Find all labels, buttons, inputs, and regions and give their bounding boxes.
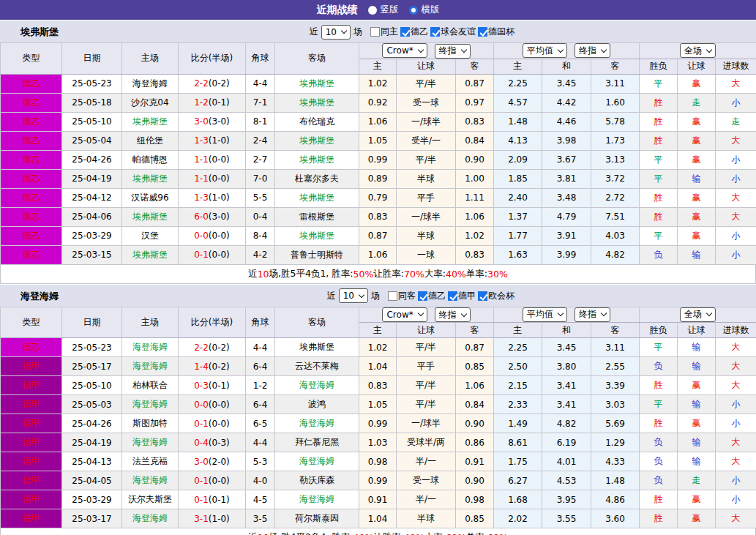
away-team-cell: 埃弗斯堡 <box>275 93 359 112</box>
result-wdl-cell: 胜 <box>640 112 678 131</box>
avg-home-cell: 1.85 <box>494 169 542 188</box>
fulltime-score: 1-3 <box>194 135 209 146</box>
odds-away-cell: 0.90 <box>456 471 494 490</box>
scope-select[interactable]: 全场 <box>680 307 716 322</box>
home-team-cell: 沙尔克04 <box>122 93 179 112</box>
home-team-cell: 纽伦堡 <box>122 131 179 150</box>
radio-unchecked-icon[interactable] <box>368 6 377 15</box>
away-team-cell: 埃弗斯堡 <box>275 150 359 169</box>
col-avg-away: 客 <box>591 59 640 74</box>
away-team-cell: 海登海姆 <box>275 376 359 395</box>
away-team-cell: 拜仁慕尼黑 <box>275 433 359 452</box>
result-goals-cell: 小 <box>716 471 756 490</box>
home-team-cell: 埃弗斯堡 <box>122 112 179 131</box>
avg-away-cell: 1.29 <box>591 433 640 452</box>
odds-handicap-cell: 一球 <box>397 245 456 264</box>
filter-checkbox[interactable]: 欧会杯 <box>478 290 514 302</box>
fulltime-score: 0-1 <box>194 476 209 486</box>
fulltime-score: 0-1 <box>194 419 209 429</box>
date-cell: 25-05-18 <box>62 93 122 112</box>
checkbox-label: 德乙 <box>428 290 446 302</box>
match-count-select[interactable]: 10 <box>321 25 351 40</box>
checkbox-unchecked-icon[interactable] <box>370 27 380 37</box>
date-cell: 25-05-17 <box>62 357 122 376</box>
avg-away-cell: 3.11 <box>591 74 640 93</box>
filter-checkbox[interactable]: 同客 <box>388 290 416 302</box>
col-avg-away: 客 <box>591 323 640 338</box>
score-cell: 2-2(0-2) <box>179 74 246 93</box>
col-score: 比分(半场) <box>179 43 246 75</box>
avg-home-cell: 1.77 <box>494 226 542 245</box>
score-cell: 0-4(0-3) <box>179 433 246 452</box>
halftime-score: (3-0) <box>209 212 230 222</box>
odds-handicap-cell: 半球 <box>397 169 456 188</box>
score-cell: 0-0(0-0) <box>179 226 246 245</box>
summary-value: 40% <box>446 269 466 280</box>
odds-away-cell: 0.86 <box>456 433 494 452</box>
filter-checkbox[interactable]: 德甲 <box>448 290 476 302</box>
score-cell: 6-0(3-0) <box>179 207 246 226</box>
halftime-score: (0-1) <box>209 97 230 108</box>
layout-radio-horizontal[interactable]: 横版 <box>409 4 440 16</box>
odds-home-cell: 0.99 <box>359 150 397 169</box>
radio-checked-icon[interactable] <box>409 6 418 15</box>
near-label: 近 <box>327 290 336 302</box>
halftime-score: (0-0) <box>209 173 230 184</box>
odds-handicap-cell: 受一球 <box>397 93 456 112</box>
corners-cell: 6-5 <box>246 414 275 433</box>
avg-time-select[interactable]: 终指 <box>575 43 610 58</box>
date-cell: 25-03-15 <box>62 245 122 264</box>
filter-checkbox[interactable]: 同主 <box>370 26 398 38</box>
result-wdl-cell: 胜 <box>640 188 678 207</box>
scope-select[interactable]: 全场 <box>680 43 716 58</box>
odds-home-cell: 0.98 <box>359 452 397 471</box>
checkbox-checked-icon[interactable] <box>478 27 487 37</box>
filter-checkbox[interactable]: 球会友谊 <box>430 26 476 38</box>
odds-handicap-cell: 平/半 <box>397 74 456 93</box>
summary-text: 大率: <box>424 268 446 280</box>
checkbox-checked-icon[interactable] <box>478 291 487 301</box>
summary-value: 60% <box>487 532 508 535</box>
checkbox-checked-icon[interactable] <box>448 291 457 301</box>
result-handicap-cell: 输 <box>678 395 716 414</box>
checkbox-unchecked-icon[interactable] <box>388 291 397 301</box>
result-wdl-cell: 负 <box>640 471 678 490</box>
date-cell: 25-05-10 <box>62 112 122 131</box>
chevron-down-icon <box>417 46 423 52</box>
match-count-select[interactable]: 10 <box>339 288 368 303</box>
avg-draw-cell: 6.19 <box>542 433 591 452</box>
halftime-score: (0-2) <box>209 362 230 372</box>
filter-checkbox[interactable]: 德乙 <box>400 26 428 38</box>
result-wdl-cell: 负 <box>640 245 678 264</box>
odds-away-cell: 0.90 <box>456 414 494 433</box>
layout-radio-vertical[interactable]: 竖版 <box>368 4 399 16</box>
avg-time-select[interactable]: 终指 <box>575 307 610 322</box>
checkbox-checked-icon[interactable] <box>418 291 427 301</box>
corners-cell: 4-4 <box>246 74 275 93</box>
avg-away-cell: 1.60 <box>591 93 640 112</box>
odds-source-select[interactable]: Crow* <box>382 307 427 322</box>
checkbox-checked-icon[interactable] <box>430 27 440 37</box>
match-row: 德乙25-05-23海登海姆2-2(0-2)4-4埃弗斯堡1.02平/半0.87… <box>1 338 756 357</box>
result-wdl-cell: 平 <box>640 395 678 414</box>
fulltime-score: 0-0 <box>194 231 209 241</box>
result-wdl-cell: 平 <box>640 226 678 245</box>
checkbox-checked-icon[interactable] <box>400 27 410 37</box>
odds-source-select[interactable]: Crow* <box>382 43 427 58</box>
team-filter-row: 埃弗斯堡 近 10 场 同主德乙球会友谊德国杯 <box>0 20 756 42</box>
avg-source-select[interactable]: 平均值 <box>523 307 567 322</box>
odds-time-select[interactable]: 终指 <box>435 44 471 59</box>
result-handicap-cell: 赢 <box>678 509 716 528</box>
home-team-cell: 帕德博恩 <box>122 150 179 169</box>
home-team-cell: 汉诺威96 <box>122 188 179 207</box>
filter-checkbox[interactable]: 德国杯 <box>478 26 514 38</box>
col-avg-home: 主 <box>494 59 542 74</box>
filter-checkbox[interactable]: 德乙 <box>418 290 446 302</box>
odds-time-select[interactable]: 终指 <box>435 307 471 322</box>
corners-cell: 4-2 <box>246 245 275 264</box>
avg-source-select[interactable]: 平均值 <box>523 43 567 58</box>
league-filter-checkboxes: 同客德乙德甲欧会杯 <box>386 290 514 302</box>
score-cell: 0-1(0-0) <box>179 471 246 490</box>
avg-away-cell: 3.39 <box>591 376 640 395</box>
odds-handicap-cell: 平手 <box>397 188 456 207</box>
